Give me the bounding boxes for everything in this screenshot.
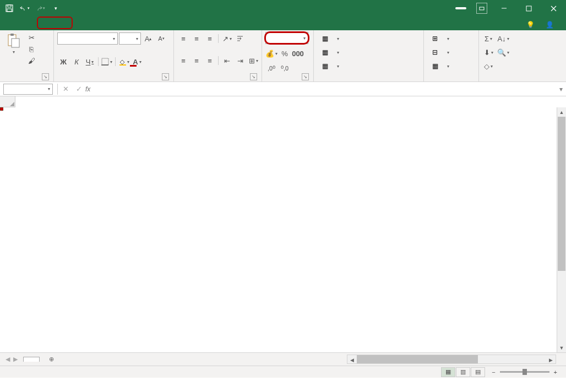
wrap-text-icon[interactable] bbox=[234, 33, 246, 44]
border-icon[interactable]: ▾ bbox=[101, 56, 113, 67]
scrollbar-thumb[interactable] bbox=[558, 117, 565, 271]
cell-styles-icon: ▦ bbox=[320, 62, 329, 70]
decrease-decimal-icon[interactable]: ⁰,0 bbox=[279, 63, 291, 74]
orientation-icon[interactable]: ↗▾ bbox=[221, 33, 233, 44]
align-middle-icon[interactable]: ≡ bbox=[191, 33, 203, 44]
sort-filter-icon[interactable]: A↓▾ bbox=[496, 33, 511, 44]
align-right-icon[interactable]: ≡ bbox=[204, 55, 216, 66]
share-button[interactable]: 👤 bbox=[542, 19, 559, 30]
fill-icon[interactable]: ⬇▾ bbox=[482, 47, 494, 58]
find-icon[interactable]: 🔍▾ bbox=[496, 47, 511, 58]
sheet-nav-next-icon[interactable]: ▶ bbox=[13, 356, 18, 363]
conditional-formatting-button[interactable]: ▦▾ bbox=[317, 32, 342, 45]
expand-formula-icon[interactable]: ▾ bbox=[556, 85, 566, 93]
horizontal-scrollbar[interactable]: ◀ ▶ bbox=[347, 355, 556, 364]
dialog-launcher-icon[interactable]: ↘ bbox=[42, 73, 49, 80]
close-button[interactable] bbox=[541, 0, 566, 17]
zoom-slider[interactable] bbox=[500, 371, 549, 373]
increase-font-icon[interactable]: A▴ bbox=[142, 33, 154, 44]
bold-icon[interactable]: Ж bbox=[57, 56, 69, 67]
paste-button[interactable]: ▾ bbox=[3, 32, 23, 56]
format-as-table-button[interactable]: ▦▾ bbox=[317, 46, 342, 59]
svg-rect-1 bbox=[8, 5, 11, 7]
svg-rect-14 bbox=[130, 65, 137, 67]
delete-cells-button[interactable]: ⊟▾ bbox=[427, 46, 453, 59]
maximize-button[interactable] bbox=[516, 0, 541, 17]
align-bottom-icon[interactable]: ≡ bbox=[204, 33, 216, 44]
sheet-tab-bar: ◀ ▶ ⊕ ◀ ▶ bbox=[0, 352, 566, 366]
insert-cells-icon: ⊞ bbox=[431, 34, 439, 43]
comma-format-icon[interactable]: 000 bbox=[292, 48, 304, 59]
number-format-combo[interactable]: ▾ bbox=[265, 32, 308, 44]
cell-styles-button[interactable]: ▦▾ bbox=[317, 59, 342, 73]
dialog-launcher-icon[interactable]: ↘ bbox=[250, 73, 257, 80]
insert-cells-button[interactable]: ⊞▾ bbox=[427, 32, 453, 45]
font-color-icon[interactable]: А▾ bbox=[131, 56, 143, 67]
underline-icon[interactable]: Ч▾ bbox=[84, 56, 96, 67]
increase-decimal-icon[interactable]: ,0⁰ bbox=[265, 63, 277, 74]
title-bar: ▾ ▾ ▾ bbox=[0, 0, 566, 17]
tell-me[interactable]: 💡 bbox=[523, 19, 540, 30]
percent-format-icon[interactable]: % bbox=[279, 48, 291, 59]
font-name-combo[interactable]: ▾ bbox=[57, 32, 118, 45]
svg-rect-11 bbox=[102, 58, 108, 65]
accounting-format-icon[interactable]: 💰▾ bbox=[265, 48, 277, 59]
signin-button[interactable] bbox=[455, 7, 466, 9]
format-painter-icon[interactable]: 🖌 bbox=[25, 55, 37, 66]
enter-icon[interactable]: ✓ bbox=[72, 85, 85, 93]
format-cells-button[interactable]: ▦▾ bbox=[427, 59, 453, 73]
minimize-button[interactable] bbox=[492, 0, 516, 17]
spreadsheet-grid[interactable]: ▲ ▼ bbox=[0, 96, 566, 352]
svg-rect-10 bbox=[12, 39, 19, 47]
paste-icon bbox=[6, 33, 21, 48]
select-all-corner[interactable] bbox=[0, 96, 15, 107]
decrease-font-icon[interactable]: A▾ bbox=[155, 33, 167, 44]
lightbulb-icon: 💡 bbox=[526, 21, 535, 29]
view-normal-icon[interactable]: ▦ bbox=[441, 367, 455, 377]
autosum-icon[interactable]: Σ▾ bbox=[482, 33, 494, 44]
zoom-out-icon[interactable]: − bbox=[492, 369, 495, 375]
format-cells-icon: ▦ bbox=[431, 62, 439, 70]
cancel-icon[interactable]: ✕ bbox=[59, 85, 72, 93]
highlight-home-tab bbox=[37, 17, 73, 29]
qat-more-icon[interactable]: ▾ bbox=[51, 3, 61, 13]
align-top-icon[interactable]: ≡ bbox=[177, 33, 189, 44]
fill-handle[interactable] bbox=[0, 107, 3, 111]
align-center-icon[interactable]: ≡ bbox=[191, 55, 203, 66]
redo-icon[interactable]: ▾ bbox=[35, 3, 45, 13]
sheet-tab[interactable] bbox=[23, 357, 40, 362]
copy-icon[interactable]: ⎘ bbox=[25, 43, 37, 55]
ribbon-options-icon[interactable] bbox=[476, 3, 487, 14]
svg-rect-5 bbox=[526, 6, 531, 11]
clear-icon[interactable]: ◇▾ bbox=[482, 61, 494, 72]
table-icon: ▦ bbox=[320, 48, 329, 57]
view-page-layout-icon[interactable]: ▥ bbox=[456, 367, 470, 377]
dialog-launcher-icon[interactable]: ↘ bbox=[302, 73, 309, 80]
svg-rect-2 bbox=[7, 9, 12, 12]
decrease-indent-icon[interactable]: ⇤ bbox=[221, 55, 233, 66]
ribbon-tabs: 💡 👤 bbox=[0, 17, 566, 30]
ribbon: ▾ ✂ ⎘ 🖌 ↘ ▾ ▾ A▴ A▾ Ж К Ч▾ bbox=[0, 30, 566, 82]
sheet-nav-prev-icon[interactable]: ◀ bbox=[6, 356, 10, 363]
dialog-launcher-icon[interactable]: ↘ bbox=[162, 73, 169, 80]
zoom-in-icon[interactable]: + bbox=[554, 369, 557, 375]
merge-icon[interactable]: ⊞▾ bbox=[247, 55, 259, 66]
undo-icon[interactable]: ▾ bbox=[20, 3, 30, 13]
scrollbar-thumb[interactable] bbox=[357, 355, 478, 363]
increase-indent-icon[interactable]: ⇥ bbox=[234, 55, 246, 66]
status-bar: ▦ ▥ ▤ − + bbox=[0, 366, 566, 378]
save-icon[interactable] bbox=[4, 3, 14, 13]
fill-color-icon[interactable]: ▾ bbox=[118, 56, 130, 67]
cut-icon[interactable]: ✂ bbox=[25, 32, 37, 43]
font-size-combo[interactable]: ▾ bbox=[119, 32, 141, 45]
view-page-break-icon[interactable]: ▤ bbox=[471, 367, 485, 377]
new-sheet-icon[interactable]: ⊕ bbox=[45, 353, 57, 366]
svg-rect-9 bbox=[10, 34, 14, 36]
italic-icon[interactable]: К bbox=[70, 56, 83, 67]
formula-input[interactable] bbox=[92, 84, 556, 95]
fx-icon[interactable]: fx bbox=[85, 85, 90, 93]
svg-rect-3 bbox=[480, 7, 484, 10]
name-box[interactable]: ▾ bbox=[3, 84, 53, 95]
vertical-scrollbar[interactable]: ▲ ▼ bbox=[557, 107, 566, 352]
align-left-icon[interactable]: ≡ bbox=[177, 55, 189, 66]
